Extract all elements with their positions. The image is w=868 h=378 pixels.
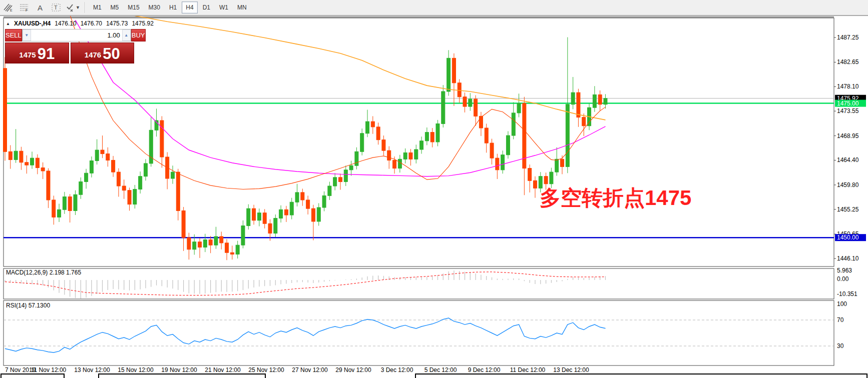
time-axis-label: 27 Nov 12:00 [292, 366, 328, 374]
candle-body [496, 158, 499, 170]
text-box-icon[interactable]: T [49, 1, 63, 14]
timeframe-button-h4[interactable]: H4 [182, 2, 197, 14]
svg-text:T: T [54, 4, 58, 10]
time-axis-label: 13 Nov 12:00 [74, 366, 110, 374]
candle-body [171, 172, 174, 178]
time-axis-label: 13 Dec 12:00 [553, 366, 589, 374]
time-axis-label: 11 Dec 12:00 [510, 366, 546, 374]
candle-body [555, 159, 559, 172]
candle-body [490, 143, 494, 158]
buy-button[interactable]: BUY [131, 29, 146, 42]
candle-body [452, 58, 456, 82]
candle-body [106, 154, 110, 160]
candle-body [257, 213, 261, 220]
candle-body [4, 68, 7, 152]
annotation-text: 多空转折点1475 [540, 184, 691, 212]
candle-body [241, 226, 245, 246]
candle-body [436, 124, 440, 142]
time-axis-label: 25 Nov 12:00 [248, 366, 284, 374]
sell-price-display[interactable]: 1475 91 [5, 42, 69, 64]
candle-body [52, 200, 56, 217]
timeframe-button-d1[interactable]: D1 [199, 2, 214, 14]
ohlc-open: 1476.10 [55, 20, 76, 27]
candle-body [133, 189, 137, 204]
candle-body [95, 150, 99, 160]
price-axis-label: 1459.80 [837, 182, 859, 188]
candle-body [203, 240, 207, 247]
toolbar-separator [85, 2, 86, 13]
time-axis-label: 9 Dec 12:00 [468, 366, 501, 374]
candle-body [360, 134, 364, 152]
candle-body [355, 152, 358, 166]
candle-body [393, 160, 396, 168]
background-window-edge [1, 374, 64, 378]
time-axis-label: 19 Nov 12:00 [161, 366, 197, 374]
chart-canvas[interactable]: 1487.251482.651478.101473.551468.951464.… [0, 16, 868, 378]
candle-body [20, 151, 23, 162]
time-axis-label: 21 Nov 12:00 [205, 366, 241, 374]
candle-body [295, 192, 299, 202]
sell-button[interactable]: SELL [5, 29, 22, 42]
candle-body [79, 182, 83, 194]
arrows-objects-icon[interactable]: ▼ [65, 1, 81, 14]
buy-price-display[interactable]: 1476 50 [71, 42, 135, 64]
candle-body [420, 141, 423, 150]
rsi-axis-label: 100 [837, 300, 847, 308]
candle-body [252, 208, 256, 220]
volume-input[interactable] [31, 30, 122, 41]
price-axis-label: 1478.10 [837, 83, 859, 90]
price-axis-label: 1482.65 [837, 58, 859, 66]
timeframe-button-m30[interactable]: M30 [145, 2, 164, 14]
candle-body [430, 132, 434, 142]
symbol-name: XAUUSD-,H4 [14, 20, 51, 27]
time-axis-label: 29 Nov 12:00 [335, 366, 371, 374]
timeframe-button-h1[interactable]: H1 [165, 2, 181, 14]
candle-body [328, 186, 331, 196]
background-window-edge [99, 374, 265, 378]
price-axis-label: 1487.25 [837, 34, 859, 41]
price-axis: 1487.251482.651478.101473.551468.951464.… [834, 34, 859, 262]
fibonacci-grid-icon[interactable]: F [17, 1, 31, 14]
candle-body [544, 176, 548, 184]
time-axis-label: 15 Nov 12:00 [118, 366, 154, 374]
candle-body [311, 208, 315, 222]
timeframe-button-m1[interactable]: M1 [89, 2, 106, 14]
rsi-label: RSI(14) 57.1300 [6, 302, 50, 309]
candle-body [403, 152, 407, 159]
candle-body [225, 243, 229, 252]
volume-increase-button[interactable]: ▲ [122, 30, 131, 41]
candle-body [301, 192, 304, 200]
candle-body [566, 104, 569, 167]
trendline-tools-icon[interactable]: E [1, 1, 15, 14]
candle-body [117, 172, 120, 186]
candle-body [322, 196, 326, 208]
candle-body [533, 180, 537, 188]
candle-body [139, 176, 142, 190]
candle-body [90, 161, 93, 174]
candle-body [512, 113, 515, 136]
ohlc-close: 1475.92 [132, 20, 153, 27]
one-click-trade-panel: SELL ▼ ▲ BUY 1475 91 1476 50 [5, 29, 134, 64]
text-label-icon[interactable]: A [33, 1, 47, 14]
timeframe-button-m5[interactable]: M5 [107, 2, 123, 14]
macd-label: MACD(12,26,9) 2.198 1.765 [6, 269, 81, 276]
volume-decrease-button[interactable]: ▼ [23, 30, 31, 41]
collapse-triangle-icon[interactable]: ▲ [6, 22, 10, 26]
timeframe-button-group: M1M5M15M30H1H4D1W1MN [89, 2, 251, 14]
candle-body [479, 116, 483, 128]
timeframe-button-m15[interactable]: M15 [124, 2, 143, 14]
candle-body [366, 122, 369, 134]
background-window-edge [415, 374, 867, 378]
candle-body [182, 210, 185, 238]
ohlc-low: 1475.73 [106, 20, 128, 27]
blue-level-label: 1450.00 [837, 234, 859, 241]
candle-body [209, 240, 212, 245]
candle-body [63, 197, 66, 210]
timeframe-button-mn[interactable]: MN [233, 2, 251, 14]
candle-body [371, 122, 374, 127]
candle-body [344, 170, 347, 182]
candle-body [41, 168, 45, 170]
timeframe-button-w1[interactable]: W1 [215, 2, 232, 14]
symbol-header: ▲ XAUUSD-,H4 1476.10 1476.70 1475.73 147… [6, 20, 154, 27]
candle-body [268, 224, 272, 233]
